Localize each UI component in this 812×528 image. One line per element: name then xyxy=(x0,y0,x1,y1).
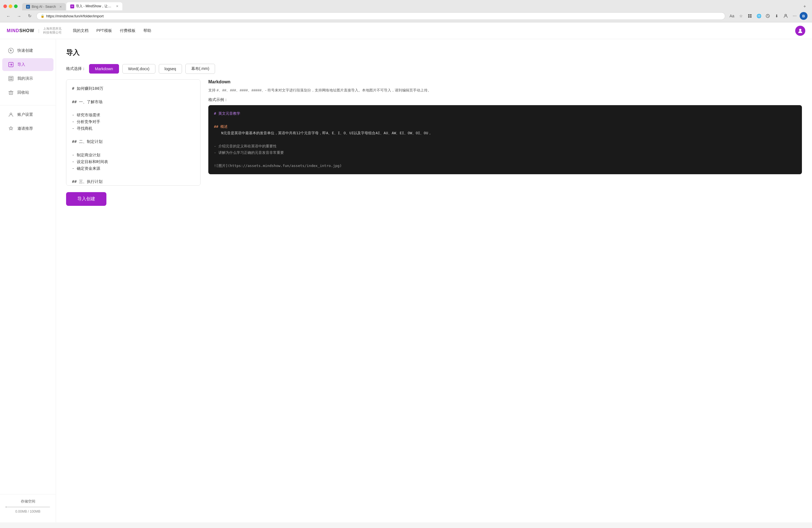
tab-label-tab-mindshow: 导入 - MindShow，让想法快速... xyxy=(76,4,113,9)
storage-usage-text: 0.00MB / 100MB xyxy=(5,510,50,513)
format-label: 格式选择： xyxy=(66,66,86,71)
sidebar-storage: 存储空间 0.00MB / 100MB xyxy=(0,494,56,518)
my-presentations-icon xyxy=(8,76,14,82)
example-line-bullet1: - 介绍元音的定义和在英语中的重要性 xyxy=(214,143,796,149)
profile-icon[interactable] xyxy=(782,12,789,20)
favorites-icon[interactable]: ☆ xyxy=(737,12,745,20)
page: MINDSHOW | 上海所思所见 科技有限公司 我的文档PPT模板付费模板帮助… xyxy=(0,22,812,523)
format-btn-markdown[interactable]: Markdown xyxy=(89,64,119,74)
download-icon[interactable]: ⬇ xyxy=(773,12,781,20)
window-maximize-button[interactable] xyxy=(14,4,18,8)
tab-favicon-tab-mindshow: M xyxy=(70,4,74,9)
app-nav: 我的文档PPT模板付费模板帮助 xyxy=(73,27,795,34)
format-selection-row: 格式选择： Markdown Word(.docx) logseq 幕布(.mm… xyxy=(66,64,802,74)
sidebar-item-trash[interactable]: 回收站 xyxy=(2,86,54,99)
format-btn-logseq[interactable]: logseq xyxy=(159,64,182,74)
import-create-button[interactable]: 导入创建 xyxy=(66,192,106,206)
sidebar-item-quick-create[interactable]: 快速创建 xyxy=(2,44,54,57)
tab-close-tab-bing[interactable]: ✕ xyxy=(59,5,62,9)
bing-profile-icon[interactable]: B xyxy=(800,12,808,20)
app-nav-item-3[interactable]: 帮助 xyxy=(143,27,151,34)
sidebar-item-account-settings[interactable]: 账户设置 xyxy=(2,108,54,121)
format-btn-mubu[interactable]: 幕布(.mm) xyxy=(185,64,215,74)
import-btn-wrap: 导入创建 xyxy=(66,192,802,206)
example-line-body: N元音是英语中最基本的发音单位，英语中共有12个元音字母，即A、E、I、O、UI… xyxy=(214,130,796,136)
browser-tab-tab-bing[interactable]: B Bing AI - Search ✕ xyxy=(22,3,66,10)
user-avatar[interactable] xyxy=(795,26,805,36)
window-close-button[interactable] xyxy=(3,4,7,8)
account-settings-icon xyxy=(8,111,14,118)
browser-chrome: B Bing AI - Search ✕ M 导入 - MindShow，让想法… xyxy=(0,0,812,22)
svg-rect-1 xyxy=(750,14,752,16)
update-icon[interactable] xyxy=(764,12,772,20)
app-nav-item-0[interactable]: 我的文档 xyxy=(73,27,88,34)
page-title: 导入 xyxy=(66,48,802,57)
example-line-h1: # 英文元音教学 xyxy=(214,110,796,117)
sidebar-item-my-presentations[interactable]: 我的演示 xyxy=(2,72,54,85)
app-nav-item-1[interactable]: PPT模板 xyxy=(96,27,112,34)
info-title: Markdown xyxy=(208,79,802,85)
browser-tab-tab-mindshow[interactable]: M 导入 - MindShow，让想法快速... ✕ xyxy=(67,2,122,10)
tab-close-tab-mindshow[interactable]: ✕ xyxy=(116,4,118,8)
svg-rect-13 xyxy=(11,79,12,80)
reader-mode-icon[interactable]: Aa xyxy=(728,12,736,20)
example-line-h2: ## 概述 xyxy=(214,123,796,130)
info-example-label: 格式示例： xyxy=(208,97,802,102)
svg-rect-11 xyxy=(11,77,12,78)
browser-tabs: B Bing AI - Search ✕ M 导入 - MindShow，让想法… xyxy=(22,2,799,10)
markdown-editor[interactable]: # 如何赚到100万 ## 一、了解市场 - 研究市场需求 - 分析竞争对手 -… xyxy=(66,79,201,186)
extensions-icon[interactable] xyxy=(746,12,754,20)
logo-mind: MIND xyxy=(7,28,19,33)
back-button[interactable]: ← xyxy=(4,12,12,20)
storage-label: 存储空间 xyxy=(5,499,50,504)
app-nav-item-2[interactable]: 付费模板 xyxy=(120,27,135,34)
svg-rect-10 xyxy=(10,77,11,78)
example-line-blank2 xyxy=(214,136,796,143)
sidebar-label-account-settings: 账户设置 xyxy=(17,112,33,117)
more-options-icon[interactable]: ⋯ xyxy=(791,12,799,20)
add-tab-button[interactable]: + xyxy=(801,2,809,10)
sidebar-label-trash: 回收站 xyxy=(17,90,29,95)
logo-text: MINDSHOW xyxy=(7,28,34,33)
svg-rect-0 xyxy=(748,14,750,16)
window-minimize-button[interactable] xyxy=(9,4,12,8)
info-description: 支持 #、##、###、####、#####、- 符号来对文字进行段落划分，支持… xyxy=(208,87,802,93)
app-header: MINDSHOW | 上海所思所见 科技有限公司 我的文档PPT模板付费模板帮助 xyxy=(0,22,812,39)
address-bar[interactable]: 🔒 https://mindshow.fun/#/folder/import xyxy=(37,12,725,20)
sidebar-item-import[interactable]: 导入 xyxy=(2,58,54,71)
editor-info-row: # 如何赚到100万 ## 一、了解市场 - 研究市场需求 - 分析竞争对手 -… xyxy=(66,79,802,186)
example-line-blank3 xyxy=(214,156,796,163)
sidebar-item-invite-recommend[interactable]: 邀请推荐 xyxy=(2,122,54,135)
svg-rect-14 xyxy=(9,91,13,94)
logo-show: SHOW xyxy=(19,28,34,33)
logo-sub: 上海所思所见 科技有限公司 xyxy=(43,27,62,34)
logo-sub-line2: 科技有限公司 xyxy=(43,31,62,34)
example-line-blank1 xyxy=(214,117,796,123)
translate-icon[interactable]: 🌐 xyxy=(755,12,763,20)
sidebar-label-import: 导入 xyxy=(17,62,25,67)
sidebar-label-my-presentations: 我的演示 xyxy=(17,76,33,81)
svg-rect-3 xyxy=(750,16,752,18)
info-panel: Markdown 支持 #、##、###、####、#####、- 符号来对文字… xyxy=(208,79,802,186)
quick-create-icon xyxy=(8,47,14,54)
import-icon xyxy=(8,61,14,68)
format-btn-word[interactable]: Word(.docx) xyxy=(122,64,155,74)
example-box: # 英文元音教学 ## 概述 N元音是英语中最基本的发音单位，英语中共有12个元… xyxy=(208,105,802,174)
browser-toolbar-icons: Aa ☆ 🌐 ⬇ ⋯ B xyxy=(728,12,808,20)
invite-recommend-icon xyxy=(8,125,14,132)
sidebar-label-quick-create: 快速创建 xyxy=(17,48,33,53)
forward-button[interactable]: → xyxy=(15,12,23,20)
lock-icon: 🔒 xyxy=(41,14,44,18)
storage-bar-fill xyxy=(5,506,6,508)
tab-favicon-tab-bing: B xyxy=(26,5,30,9)
svg-point-6 xyxy=(799,29,801,31)
refresh-button[interactable]: ↻ xyxy=(26,12,33,20)
tab-label-tab-bing: Bing AI - Search xyxy=(32,5,56,9)
logo-sub-line1: 上海所思所见 xyxy=(43,27,62,30)
sidebar: 快速创建 导入 我的演示 回收站 xyxy=(0,39,56,523)
logo-divider: | xyxy=(38,29,40,33)
browser-addressbar: ← → ↻ 🔒 https://mindshow.fun/#/folder/im… xyxy=(0,10,812,22)
svg-point-5 xyxy=(785,14,786,16)
editor-wrap: # 如何赚到100万 ## 一、了解市场 - 研究市场需求 - 分析竞争对手 -… xyxy=(66,79,201,186)
sidebar-label-invite-recommend: 邀请推荐 xyxy=(17,126,33,131)
